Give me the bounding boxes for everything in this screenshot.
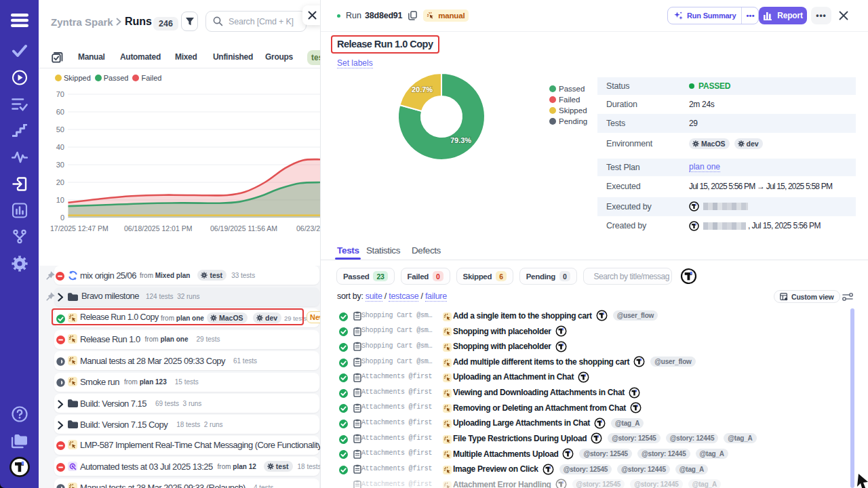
svg-text:60: 60 — [56, 108, 64, 116]
svg-text:06/19/2025 11:56 AM: 06/19/2025 11:56 AM — [210, 224, 277, 232]
svg-text:50: 50 — [56, 125, 64, 134]
svg-text:10: 10 — [56, 196, 64, 204]
svg-text:0: 0 — [60, 214, 64, 222]
svg-text:17/2025 12:47 PM: 17/2025 12:47 PM — [50, 224, 108, 232]
svg-text:20: 20 — [56, 178, 64, 186]
svg-text:79.3%: 79.3% — [450, 136, 471, 144]
svg-text:40: 40 — [56, 143, 64, 151]
svg-text:06/23/2025: 06/23/2025 — [296, 224, 321, 232]
svg-text:06/18/2025 12:01 PM: 06/18/2025 12:01 PM — [124, 224, 192, 232]
svg-text:30: 30 — [56, 161, 64, 169]
svg-text:20.7%: 20.7% — [412, 85, 433, 94]
svg-text:70: 70 — [56, 90, 64, 98]
